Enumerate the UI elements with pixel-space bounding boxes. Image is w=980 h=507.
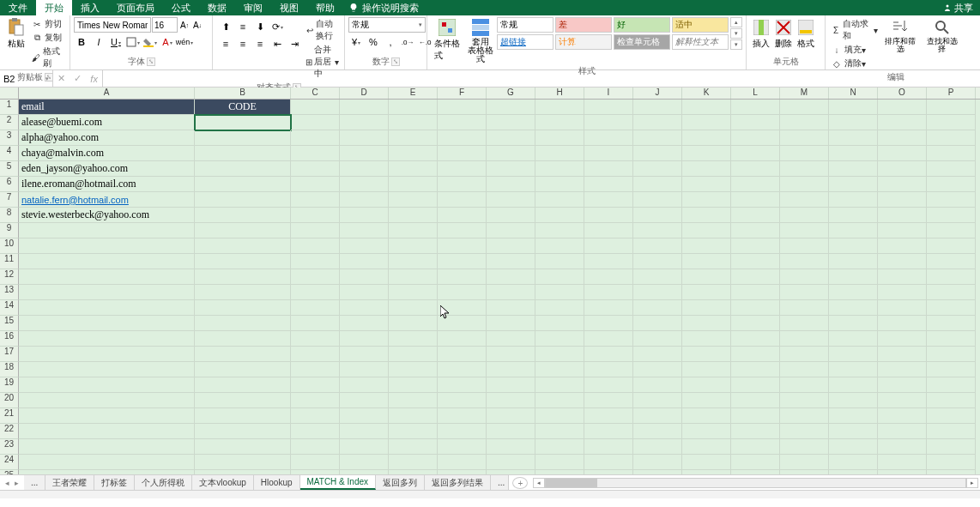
cell[interactable]	[438, 208, 487, 223]
cell[interactable]	[878, 100, 927, 115]
column-header-L[interactable]: L	[731, 88, 780, 99]
fill-color-button[interactable]	[142, 34, 158, 50]
cell[interactable]	[927, 269, 976, 285]
cell[interactable]	[487, 254, 535, 269]
cell[interactable]	[535, 161, 584, 177]
cell[interactable]	[389, 100, 438, 115]
styles-more[interactable]: ▾	[730, 39, 742, 50]
cell[interactable]	[487, 362, 535, 377]
cell[interactable]	[291, 470, 340, 474]
cell[interactable]	[535, 177, 584, 192]
cell[interactable]	[633, 161, 682, 177]
menu-home[interactable]: 开始	[36, 0, 72, 15]
cell[interactable]	[195, 177, 291, 192]
cell[interactable]	[291, 238, 340, 254]
cell[interactable]	[780, 331, 829, 347]
style-explanatory[interactable]: 解释性文本	[672, 34, 729, 50]
cell[interactable]	[927, 254, 976, 269]
cell[interactable]	[340, 285, 389, 300]
cell[interactable]	[389, 254, 438, 269]
cell[interactable]	[731, 285, 780, 300]
cell[interactable]	[731, 161, 780, 177]
cell[interactable]	[780, 223, 829, 238]
cell[interactable]	[535, 146, 584, 161]
cell[interactable]	[535, 455, 584, 470]
tab-last-icon[interactable]: ▸	[15, 479, 19, 487]
sheet-tab[interactable]: MATCH & Index	[300, 475, 377, 490]
align-center-button[interactable]: ≡	[235, 36, 251, 51]
cell[interactable]	[780, 424, 829, 439]
cell[interactable]	[878, 177, 927, 192]
cell[interactable]	[487, 377, 535, 393]
cell[interactable]	[438, 285, 487, 300]
cell[interactable]	[291, 130, 340, 146]
cell[interactable]	[195, 223, 291, 238]
cell[interactable]	[195, 192, 291, 208]
autosum-button[interactable]: Σ自动求和▾	[831, 18, 878, 42]
cell[interactable]	[878, 331, 927, 347]
row-header[interactable]: 19	[0, 377, 19, 393]
cell[interactable]	[829, 362, 878, 377]
sheet-tab[interactable]: Hlookup	[254, 475, 300, 490]
cell[interactable]	[584, 161, 633, 177]
row-header[interactable]: 8	[0, 208, 19, 223]
row-header[interactable]: 3	[0, 130, 19, 146]
cell[interactable]	[535, 424, 584, 439]
cell[interactable]	[195, 300, 291, 316]
cell[interactable]	[291, 177, 340, 192]
cell[interactable]	[340, 269, 389, 285]
cell[interactable]	[340, 316, 389, 331]
cell[interactable]	[878, 393, 927, 408]
cell[interactable]	[389, 300, 438, 316]
delete-cells-button[interactable]: 删除	[772, 17, 795, 51]
cell[interactable]	[535, 470, 584, 474]
cell[interactable]	[878, 254, 927, 269]
cell[interactable]	[19, 408, 195, 424]
cell[interactable]: natalie.fern@hotmail.com	[19, 192, 195, 208]
formula-input[interactable]	[103, 70, 980, 87]
cell[interactable]	[19, 223, 195, 238]
cell[interactable]	[535, 347, 584, 362]
cell[interactable]	[19, 393, 195, 408]
cell[interactable]	[195, 439, 291, 455]
inc-decimal-button[interactable]: .0→	[400, 34, 415, 50]
cell[interactable]	[438, 130, 487, 146]
cell[interactable]	[487, 300, 535, 316]
cell[interactable]	[487, 285, 535, 300]
cell[interactable]	[340, 424, 389, 439]
cell[interactable]	[633, 192, 682, 208]
cell[interactable]	[438, 347, 487, 362]
font-size-input[interactable]	[152, 17, 178, 33]
cell[interactable]	[633, 439, 682, 455]
conditional-format-button[interactable]: 条件格式	[431, 17, 464, 63]
cell[interactable]	[487, 208, 535, 223]
align-right-button[interactable]: ≡	[252, 36, 268, 51]
phonetic-button[interactable]: wén	[177, 34, 192, 50]
cell[interactable]: stevie.westerbeck@yahoo.com	[19, 208, 195, 223]
cell[interactable]	[682, 177, 731, 192]
cell[interactable]	[195, 393, 291, 408]
cell[interactable]	[731, 146, 780, 161]
cell[interactable]	[682, 455, 731, 470]
cell[interactable]	[19, 269, 195, 285]
cell[interactable]	[633, 347, 682, 362]
cell[interactable]	[878, 347, 927, 362]
cell[interactable]	[633, 146, 682, 161]
cell[interactable]	[829, 269, 878, 285]
cell[interactable]	[19, 470, 195, 474]
number-format-dropdown[interactable]: 常规	[348, 17, 426, 33]
cell[interactable]	[195, 146, 291, 161]
style-neutral[interactable]: 适中	[672, 17, 729, 33]
row-header[interactable]: 12	[0, 269, 19, 285]
cell[interactable]	[340, 254, 389, 269]
cell[interactable]	[927, 331, 976, 347]
cell[interactable]	[829, 316, 878, 331]
cell[interactable]	[535, 408, 584, 424]
cell[interactable]	[682, 100, 731, 115]
cell[interactable]	[195, 269, 291, 285]
confirm-formula-button[interactable]: ✓	[74, 73, 82, 84]
cell[interactable]	[195, 377, 291, 393]
cell[interactable]	[389, 177, 438, 192]
cell[interactable]	[340, 177, 389, 192]
cell[interactable]	[780, 254, 829, 269]
